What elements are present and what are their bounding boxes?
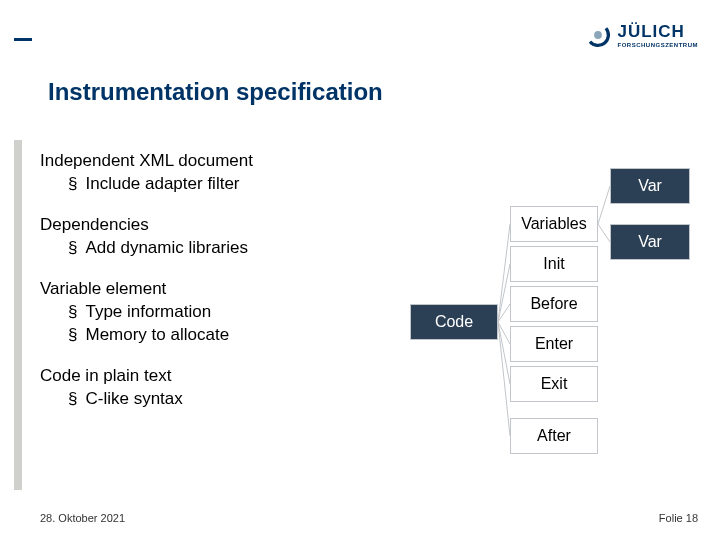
footer-date: 28. Oktober 2021 <box>40 512 125 524</box>
logo-subtext: FORSCHUNGSZENTRUM <box>618 42 699 48</box>
slide-title: Instrumentation specification <box>48 78 383 106</box>
side-gutter <box>14 140 22 490</box>
svg-point-1 <box>594 31 602 39</box>
footer: 28. Oktober 2021 Folie 18 <box>40 512 698 524</box>
logo: JÜLICH FORSCHUNGSZENTRUM <box>584 22 699 48</box>
footer-page: Folie 18 <box>659 512 698 524</box>
diagram-connectors-icon <box>380 154 700 484</box>
accent-bar <box>14 38 32 41</box>
julich-logo-icon <box>584 22 612 48</box>
topbar: JÜLICH FORSCHUNGSZENTRUM <box>0 0 720 46</box>
diagram: Var Variables Var Init Code Before Enter… <box>380 154 700 484</box>
logo-text: JÜLICH <box>618 23 699 40</box>
